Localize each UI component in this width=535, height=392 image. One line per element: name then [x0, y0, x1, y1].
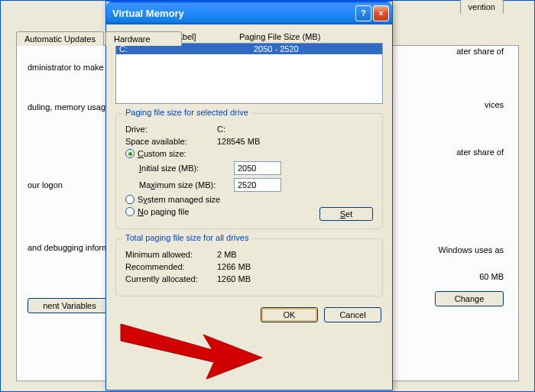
label-space: Space available:	[125, 137, 217, 146]
value-drive: C:	[217, 125, 225, 134]
ok-button[interactable]: OK	[261, 307, 318, 322]
group-total-paging: Total paging file size for all drives Mi…	[115, 238, 383, 296]
value-recommended: 1266 MB	[217, 262, 251, 271]
label-max-size: Maximum size (MB):	[139, 180, 231, 190]
initial-size-input[interactable]	[234, 161, 281, 175]
close-icon: ×	[378, 8, 383, 18]
environment-variables-button[interactable]: nent Variables	[28, 298, 112, 313]
value-currently-allocated: 1260 MB	[217, 274, 251, 283]
label-drive: Drive:	[125, 125, 217, 134]
value-space: 128545 MB	[217, 137, 260, 146]
bg-text-size-frag: 60 MB	[479, 272, 504, 281]
legend-selected-drive: Paging file size for selected drive	[122, 108, 251, 117]
drive-list[interactable]: C: 2050 - 2520	[115, 43, 383, 104]
bg-text-share1: ater share of	[456, 47, 504, 56]
max-size-input[interactable]	[234, 178, 281, 192]
label-initial-size: Initial size (MB):	[139, 164, 231, 173]
radio-system-managed[interactable]	[125, 195, 135, 204]
help-button[interactable]: ?	[355, 5, 371, 21]
legend-total-paging: Total paging file size for all drives	[122, 233, 251, 242]
virtual-memory-dialog: Virtual Memory ? × Drive [Volume Label] …	[105, 1, 393, 390]
radio-custom-size[interactable]	[125, 149, 135, 158]
tab-hardware[interactable]: Hardware	[105, 31, 182, 46]
label-currently-allocated: Currently allocated:	[125, 274, 217, 283]
label-system-managed: System managed size	[138, 195, 220, 204]
group-selected-drive: Paging file size for selected drive Driv…	[115, 113, 383, 229]
titlebar: Virtual Memory ? ×	[106, 2, 392, 24]
bg-text-share2: ater share of	[456, 147, 504, 157]
radio-no-paging[interactable]	[125, 207, 135, 216]
bg-text-services: vices	[485, 100, 504, 109]
tab-prevention-fragment[interactable]: vention	[460, 0, 504, 14]
bg-text-windows-uses: Windows uses as	[438, 245, 504, 254]
tab-automatic-updates[interactable]: Automatic Updates	[16, 31, 104, 46]
change-button[interactable]: Change	[435, 291, 504, 306]
cancel-button[interactable]: Cancel	[324, 307, 381, 322]
help-icon: ?	[361, 8, 366, 18]
label-recommended: Recommended:	[125, 262, 217, 271]
close-button[interactable]: ×	[373, 5, 389, 21]
label-custom-size: Custom size:	[138, 149, 186, 158]
set-button[interactable]: Set	[319, 207, 373, 221]
label-min-allowed: Minimum allowed:	[125, 250, 217, 259]
value-min-allowed: 2 MB	[217, 250, 237, 259]
window-title: Virtual Memory	[112, 8, 354, 19]
label-no-paging: No paging file	[138, 207, 189, 216]
